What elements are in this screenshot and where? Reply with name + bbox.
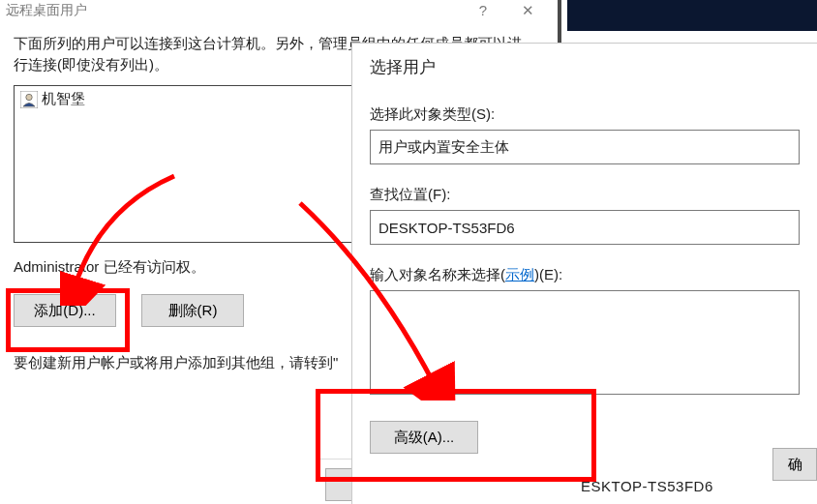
object-names-input[interactable]	[370, 290, 800, 395]
svg-point-1	[26, 94, 32, 100]
rdu-titlebar: 远程桌面用户 ? ✕	[0, 0, 542, 21]
example-link[interactable]: 示例	[505, 266, 534, 282]
location-value: DESKTOP-TS53FD6	[378, 220, 515, 236]
su-title: 选择用户	[352, 44, 817, 88]
rdu-title-text: 远程桌面用户	[6, 2, 87, 19]
background-window-strip	[567, 0, 817, 31]
select-users-dialog: 选择用户 选择此对象类型(S): 用户或内置安全主体 查找位置(F): DESK…	[351, 43, 817, 504]
location-field[interactable]: DESKTOP-TS53FD6	[370, 210, 800, 245]
object-type-value: 用户或内置安全主体	[378, 138, 509, 157]
background-window-edge	[558, 0, 561, 43]
remove-button[interactable]: 删除(R)	[141, 294, 244, 327]
user-name: 机智堡	[42, 90, 85, 108]
object-type-field[interactable]: 用户或内置安全主体	[370, 130, 800, 164]
location-label: 查找位置(F):	[370, 186, 800, 204]
object-type-label: 选择此对象类型(S):	[370, 105, 800, 124]
help-icon[interactable]: ?	[474, 2, 492, 19]
advanced-button[interactable]: 高级(A)...	[370, 421, 478, 454]
su-confirm-button[interactable]: 确	[772, 448, 817, 481]
object-names-label: 输入对象名称来选择(示例)(E):	[370, 266, 800, 284]
close-icon[interactable]: ✕	[519, 2, 536, 19]
add-button[interactable]: 添加(D)...	[14, 294, 116, 327]
user-head-icon	[20, 91, 38, 108]
footer-desktop-text: ESKTOP-TS53FD6	[581, 478, 713, 494]
